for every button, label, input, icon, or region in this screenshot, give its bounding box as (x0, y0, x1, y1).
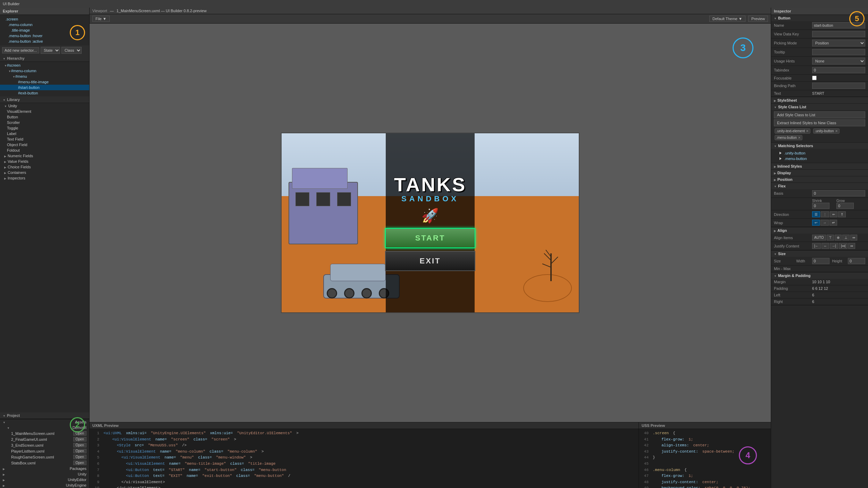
tabindex-input[interactable] (812, 67, 865, 73)
library-group-numeric[interactable]: Numeric Fields (0, 153, 89, 159)
library-item-foldout[interactable]: Foldout (0, 148, 89, 153)
grow-input[interactable] (836, 203, 854, 209)
explorer-item-screen[interactable]: .screen (0, 16, 89, 22)
direction-btn-col[interactable]: ⋮ (821, 211, 829, 217)
start-button-game[interactable]: START (385, 228, 475, 248)
library-item-toggle[interactable]: Toggle (0, 125, 89, 131)
min-max-label: Min - Max (774, 267, 812, 271)
project-unity-editor[interactable]: UnityEditor (0, 477, 89, 482)
matching-sel-menu-button[interactable]: .menu-button (774, 156, 865, 161)
wrap-btn-1[interactable]: ↩ (812, 220, 820, 226)
tank-turret (330, 264, 386, 281)
library-item-button[interactable]: Button (0, 114, 89, 120)
class-dropdown[interactable]: Class (61, 47, 82, 54)
usage-hints-dropdown[interactable]: None (812, 58, 865, 65)
grow-group: Grow (836, 199, 854, 209)
project-file-4[interactable]: PlayerListItem.uxml Open (0, 448, 89, 454)
file-menu-button[interactable]: File ▼ (92, 16, 110, 22)
library-group-unity[interactable]: Unity (0, 103, 89, 109)
extract-styles-button[interactable]: Extract Inlined Styles to New Class (774, 119, 865, 126)
justify-start[interactable]: |← (812, 243, 821, 249)
tooltip-input[interactable] (812, 49, 865, 55)
style-class-list-header[interactable]: Style Class List (771, 104, 868, 110)
open-btn-2[interactable]: Open (73, 437, 86, 441)
wrap-btn-2[interactable]: → (820, 220, 829, 226)
open-btn-6[interactable]: Open (73, 461, 86, 465)
justify-space-around[interactable]: ⇔ (848, 243, 855, 249)
add-style-class-button[interactable]: Add Style Class to List (774, 111, 865, 118)
matching-selectors-header[interactable]: Matching Selectors (771, 143, 868, 149)
add-selector-button[interactable]: Add new selector... (2, 47, 39, 53)
picking-mode-dropdown[interactable]: Position (812, 40, 865, 47)
style-tag-unity-button-remove[interactable]: ✕ (835, 129, 838, 133)
game-ui: TANKS SANDBOX 🚀 START EXIT (386, 133, 475, 312)
library-group-containers[interactable]: Containers (0, 170, 89, 175)
position-section-header[interactable]: Position (771, 176, 868, 183)
shrink-input[interactable] (812, 203, 829, 209)
style-tag-unity-text-remove[interactable]: ✕ (806, 129, 809, 133)
exit-button-game[interactable]: EXIT (385, 251, 475, 271)
library-item-label[interactable]: Label (0, 131, 89, 136)
tree-item-menu-column[interactable]: #menu-column (0, 68, 89, 74)
focusable-checkbox[interactable] (812, 76, 817, 80)
size-section-header[interactable]: Size (771, 251, 868, 257)
view-data-key-input[interactable] (812, 31, 865, 37)
stylesheet-section-header[interactable]: StyleSheet (771, 97, 868, 103)
align-items-start[interactable]: ⊤ (827, 235, 834, 241)
tree-item-start-button[interactable]: #start-button (0, 85, 89, 90)
margin-padding-header[interactable]: Margin & Padding (771, 272, 868, 279)
wrap-btn-3[interactable]: ↫ (829, 220, 837, 226)
direction-btn-row-rev[interactable]: ⇐ (830, 211, 837, 217)
binding-path-input[interactable] (812, 83, 865, 89)
justify-end[interactable]: →| (830, 243, 838, 249)
direction-btn-col-rev[interactable]: ⇑ (838, 211, 846, 217)
open-btn-3[interactable]: Open (73, 443, 86, 447)
project-packages[interactable]: Packages (0, 466, 89, 471)
library-item-text-field[interactable]: Text Field (0, 136, 89, 142)
project-unity[interactable]: Unity (0, 471, 89, 477)
basis-label: Basis (774, 191, 812, 195)
height-input[interactable] (848, 258, 865, 264)
state-dropdown[interactable]: State (41, 47, 60, 54)
direction-btn-row[interactable]: ☰ (812, 211, 820, 217)
open-btn-4[interactable]: Open (73, 449, 86, 453)
project-file-5[interactable]: RoughGameScreen.uxml Open (0, 454, 89, 460)
inlined-styles-header[interactable]: Inlined Styles (771, 163, 868, 169)
display-section-header[interactable]: Display (771, 170, 868, 176)
library-group-inspectors[interactable]: Inspectors (0, 175, 89, 181)
library-group-choice[interactable]: Choice Fields (0, 164, 89, 170)
code-line-7: 7 <ui:Button text="START" name="start-bu… (92, 467, 636, 473)
project-unity-engine[interactable]: UnityEngine (0, 482, 89, 488)
matching-sel-unity-button[interactable]: .unity-button (774, 150, 865, 156)
align-section-header[interactable]: Align (771, 227, 868, 234)
align-items-stretch[interactable]: ⇔ (850, 235, 857, 241)
library-item-scroller[interactable]: Scroller (0, 120, 89, 125)
tree-item-exit-button[interactable]: #exit-button (0, 90, 89, 96)
theme-dropdown-button[interactable]: Default Theme ▼ (709, 16, 745, 22)
size-section: Size Size Width Height Min - Max (771, 251, 868, 272)
library-group-value[interactable]: Value Fields (0, 159, 89, 164)
project-file-2[interactable]: 2_FinalGameUI.uxml Open (0, 436, 89, 442)
justify-center[interactable]: ↔ (821, 243, 829, 249)
style-tag-menu-button-remove[interactable]: ✕ (798, 136, 801, 140)
width-input[interactable] (812, 258, 829, 264)
open-btn-5[interactable]: Open (73, 455, 86, 459)
library-label[interactable]: Library (0, 96, 89, 103)
flex-section-header[interactable]: Flex (771, 183, 868, 189)
hierarchy-label[interactable]: Hierarchy (0, 55, 89, 62)
library-item-object-field[interactable]: Object Field (0, 142, 89, 148)
flex-chevron (774, 184, 777, 188)
align-items-center[interactable]: ⊕ (835, 235, 842, 241)
tree-item-screen[interactable]: #screen (0, 62, 89, 68)
library-item-visual-element[interactable]: VisualElement (0, 109, 89, 114)
align-items-auto[interactable]: AUTO (812, 235, 826, 241)
tree-item-menu[interactable]: #menu (0, 74, 89, 79)
align-items-end[interactable]: ⊥ (842, 235, 850, 241)
preview-button[interactable]: Preview (748, 16, 768, 22)
tree-item-menu-title-image[interactable]: #menu-title-image (0, 79, 89, 85)
basis-input[interactable] (812, 190, 865, 196)
project-file-6[interactable]: StatsBox.uxml Open (0, 460, 89, 466)
justify-space-between[interactable]: |⇔| (839, 243, 848, 249)
project-file-3[interactable]: 3_EndScreen.uxml Open (0, 442, 89, 448)
min-max-row: Min - Max (771, 266, 868, 272)
